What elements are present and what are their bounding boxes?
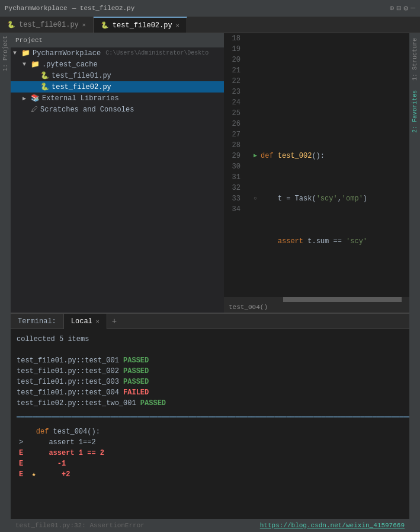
tab-file02[interactable]: 🐍 test_file02.py ✕ bbox=[94, 17, 187, 33]
tree-item-scratches[interactable]: 🖊 Scratches and Consoles bbox=[11, 104, 224, 115]
error-e1-line: E assert 1 == 2 bbox=[19, 448, 403, 458]
main-layout: 1: Project Project ▼ 📁 PycharmWorkplace … bbox=[0, 33, 420, 532]
terminal-test002-status: PASSED bbox=[123, 367, 149, 375]
code-line-20: ▶ def test_002(): bbox=[250, 151, 405, 161]
tree-icon-ext-libs: 📚 bbox=[31, 94, 40, 103]
tree-label-ext-libs: External Libraries bbox=[42, 94, 119, 103]
sidebar-left-label[interactable]: 1: Project bbox=[2, 36, 9, 71]
gutter-20: ▶ bbox=[250, 151, 261, 161]
error-e3-line: E ★ +2 bbox=[19, 469, 403, 480]
sidebar-right-label-favorites[interactable]: 2: Favorites bbox=[411, 88, 419, 135]
tree-header-label: Project bbox=[15, 37, 43, 44]
tree-path: C:\Users\Administrator\Deskto bbox=[105, 50, 209, 56]
sidebar-left: 1: Project bbox=[0, 33, 11, 532]
tab-file02-close[interactable]: ✕ bbox=[176, 22, 179, 29]
tree-arrow-pycharmworkplace: ▼ bbox=[13, 50, 19, 56]
terminal-test004-prefix: test_file01.py::test_004 bbox=[17, 388, 123, 397]
tree-label-test-file02: test_file02.py bbox=[52, 83, 111, 91]
tree-item-test-file01[interactable]: 🐍 test_file01.py bbox=[11, 70, 224, 81]
scrollbar-thumb[interactable] bbox=[283, 297, 402, 302]
terminal-line-test003: test_file01.py::test_003 PASSED bbox=[17, 377, 403, 387]
line-numbers: 18 19 20 21 22 23 24 25 26 27 28 29 30 3… bbox=[224, 33, 245, 297]
bottom-status-bar: test_file01.py:32: AssertionError https:… bbox=[11, 519, 409, 532]
code-line-19 bbox=[250, 108, 405, 119]
gutter-21: ○ bbox=[250, 193, 261, 204]
terminal-panel: Terminal: Local ✕ + collected 5 items bbox=[11, 313, 409, 532]
terminal-test001-status: PASSED bbox=[123, 356, 149, 365]
hint-text: test_004() bbox=[229, 304, 268, 311]
terminal-separator: ════════════════════════════════════════… bbox=[17, 412, 403, 423]
error-def-line: def test_004(): bbox=[19, 426, 403, 437]
tree-label-scratches: Scratches and Consoles bbox=[40, 106, 134, 114]
error-marker-text: > assert 1==2 bbox=[19, 438, 96, 447]
tree-icon-test-file02: 🐍 bbox=[40, 82, 49, 91]
tab-file01-icon: 🐍 bbox=[7, 21, 15, 28]
tree-label-pycharmworkplace: PycharmWorkplace bbox=[33, 49, 101, 58]
tree-icon-pytest-cache: 📁 bbox=[31, 60, 40, 69]
main-content-area: Project ▼ 📁 PycharmWorkplace C:\Users\Ad… bbox=[11, 33, 409, 313]
code-line-22: assert t.sum == 'scy' bbox=[250, 236, 405, 247]
terminal-label: Terminal: bbox=[11, 314, 64, 329]
code-editor[interactable]: ▶ def test_002(): ○ t = Task('scy','omp'… bbox=[245, 33, 409, 297]
terminal-local-tab[interactable]: Local ✕ bbox=[64, 314, 107, 329]
terminal-test003-prefix: test_file01.py::test_003 bbox=[17, 378, 123, 386]
terminal-test004-status: FAILED bbox=[123, 388, 149, 397]
editor-tab-bar: 🐍 test_file01.py ✕ 🐍 test_file02.py ✕ bbox=[0, 17, 420, 33]
tree-label-pytest-cache: .pytest_cache bbox=[42, 60, 98, 69]
tree-item-test-file02[interactable]: 🐍 test_file02.py bbox=[11, 81, 224, 93]
terminal-test002-prefix: test_file01.py::test_002 bbox=[17, 367, 123, 375]
code-text-20: def test_002(): bbox=[261, 151, 325, 161]
tree-item-pycharmworkplace[interactable]: ▼ 📁 PycharmWorkplace C:\Users\Administra… bbox=[11, 47, 224, 59]
code-text-22: assert t.sum == 'scy' bbox=[261, 236, 367, 247]
file-tree-panel: Project ▼ 📁 PycharmWorkplace C:\Users\Ad… bbox=[11, 33, 224, 313]
error-marker-line: > assert 1==2 bbox=[19, 437, 403, 448]
error-e3-star: ★ bbox=[32, 470, 36, 479]
code-line-21: ○ t = Task('scy','omp') bbox=[250, 193, 405, 204]
error-e3-text: +2 bbox=[36, 470, 70, 479]
tab-file01[interactable]: 🐍 test_file01.py ✕ bbox=[0, 17, 94, 33]
title-bar: PycharmWorkplace — test_file02.py ⊕ ⊟ ⚙ … bbox=[0, 0, 420, 17]
terminal-separator-text: ════════════════════════════════════════… bbox=[17, 414, 409, 421]
terminal-testtwo001-status: PASSED bbox=[140, 399, 166, 407]
tree-arrow-pytest-cache: ▼ bbox=[23, 61, 28, 68]
terminal-add-button[interactable]: + bbox=[107, 317, 121, 326]
editor-scrollbar[interactable] bbox=[224, 297, 409, 302]
code-container[interactable]: 18 19 20 21 22 23 24 25 26 27 28 29 30 3… bbox=[224, 33, 409, 297]
terminal-content[interactable]: collected 5 items test_file01.py::test_0… bbox=[11, 329, 409, 519]
terminal-tab-bar: Terminal: Local ✕ + bbox=[11, 314, 409, 329]
error-e2-text: E -1 bbox=[19, 460, 66, 468]
tree-item-ext-libs[interactable]: ▶ 📚 External Libraries bbox=[11, 93, 224, 104]
terminal-local-label: Local bbox=[71, 317, 92, 326]
status-left: test_file01.py:32: AssertionError bbox=[15, 522, 145, 529]
terminal-line-blank bbox=[17, 345, 403, 355]
terminal-test003-status: PASSED bbox=[123, 378, 149, 386]
tree-icon-pycharmworkplace: 📁 bbox=[21, 49, 30, 58]
tab-file01-close[interactable]: ✕ bbox=[82, 21, 86, 28]
tab-file02-label: test_file02.py bbox=[113, 21, 172, 30]
gear-icon[interactable]: ⚙ bbox=[403, 4, 408, 13]
tree-icon-test-file01: 🐍 bbox=[40, 71, 49, 80]
center-column: Project ▼ 📁 PycharmWorkplace C:\Users\Ad… bbox=[11, 33, 409, 532]
terminal-collected-text: collected 5 items bbox=[17, 335, 89, 343]
terminal-testtwo001-prefix: test_file02.py::test_two_001 bbox=[17, 399, 140, 407]
minimize-icon[interactable]: — bbox=[411, 4, 415, 13]
status-link[interactable]: https://blog.csdn.net/weixin_41597669 bbox=[260, 522, 405, 529]
globe-icon[interactable]: ⊕ bbox=[390, 4, 395, 13]
sidebar-right: 1: Structure 2: Favorites bbox=[409, 33, 420, 532]
split-icon[interactable]: ⊟ bbox=[397, 4, 402, 13]
project-title: PycharmWorkplace bbox=[5, 5, 68, 12]
tab-file01-label: test_file01.py bbox=[19, 21, 79, 29]
tree-arrow-ext-libs: ▶ bbox=[23, 95, 28, 102]
error-def-text: def test_004(): bbox=[19, 428, 100, 436]
editor-hint: test_004() bbox=[224, 302, 409, 313]
tree-icon-scratches: 🖊 bbox=[31, 105, 38, 114]
terminal-line-test-two001: test_file02.py::test_two_001 PASSED bbox=[17, 398, 403, 409]
tree-item-pytest-cache[interactable]: ▼ 📁 .pytest_cache bbox=[11, 59, 224, 70]
code-line-23 bbox=[250, 279, 405, 289]
sidebar-right-label-structure[interactable]: 1: Structure bbox=[411, 36, 419, 83]
terminal-add-icon: + bbox=[112, 317, 117, 326]
terminal-line-test001: test_file01.py::test_001 PASSED bbox=[17, 355, 403, 366]
terminal-test001-prefix: test_file01.py::test_001 bbox=[17, 356, 123, 365]
editor-panel: 18 19 20 21 22 23 24 25 26 27 28 29 30 3… bbox=[224, 33, 409, 313]
terminal-local-close[interactable]: ✕ bbox=[96, 318, 100, 325]
